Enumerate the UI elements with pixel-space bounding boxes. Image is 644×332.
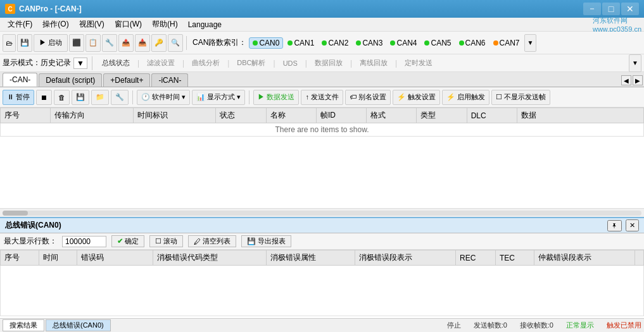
col-status: 状态 xyxy=(216,108,266,123)
tb-save[interactable]: 💾 xyxy=(17,34,32,52)
menu-file[interactable]: 文件(F) xyxy=(3,18,37,31)
channel-dot xyxy=(459,40,464,46)
tab-nav-right[interactable]: ▶ xyxy=(633,75,643,85)
menu-view[interactable]: 视图(V) xyxy=(74,18,110,31)
btn-save-inner[interactable]: 💾 xyxy=(72,90,89,105)
bcol-tec: TEC xyxy=(496,250,534,266)
scrollbar-track xyxy=(3,211,641,216)
channel-can1[interactable]: CAN1 xyxy=(284,38,317,48)
tb2-expand[interactable]: ▼ xyxy=(629,54,641,72)
minimize-button[interactable]: － xyxy=(583,3,601,15)
tb-open[interactable]: 🗁 xyxy=(3,34,16,52)
tb2-timer-send[interactable]: 定时发送 xyxy=(400,57,438,69)
scrollbar-thumb[interactable] xyxy=(3,211,28,216)
col-format: 格式 xyxy=(367,108,417,123)
menu-operate[interactable]: 操作(O) xyxy=(37,18,73,31)
col-frameid: 帧ID xyxy=(316,108,366,123)
clear-list-button[interactable]: 🖊 清空列表 xyxy=(188,235,236,247)
channel-expand[interactable]: ▼ xyxy=(524,34,537,52)
tb2-dbc[interactable]: DBC解析 xyxy=(232,57,270,69)
menu-help[interactable]: 帮助(H) xyxy=(147,18,183,31)
maximize-button[interactable]: □ xyxy=(602,3,620,15)
tb-start[interactable]: ▶ 启动 xyxy=(34,34,68,52)
window-controls: － □ ✕ xyxy=(583,3,639,15)
menu-window[interactable]: 窗口(W) xyxy=(110,18,147,31)
mode-dropdown[interactable]: ▼ xyxy=(73,58,87,69)
channel-can4[interactable]: CAN4 xyxy=(387,38,420,48)
btn-enable-trigger[interactable]: ⚡ 启用触发 xyxy=(442,90,489,105)
col-timestamp: 时间标识 xyxy=(133,108,216,123)
title-bar: C CANPro - [-CAN-] － □ ✕ xyxy=(0,0,644,18)
btn-config[interactable]: 🔧 xyxy=(111,90,129,105)
scroll-icon: ☐ xyxy=(155,237,161,245)
watermark-link: 河东软件网 www.pc0359.cn xyxy=(593,16,641,33)
col-direction: 传输方向 xyxy=(51,108,134,123)
main-table-area: 序号 传输方向 时间标识 状态 名称 帧ID 格式 类型 DLC 数据 xyxy=(0,108,644,217)
tb-download[interactable]: 📥 xyxy=(135,34,150,52)
bottom-panel-close[interactable]: ✕ xyxy=(626,219,639,231)
tab-can[interactable]: -CAN- xyxy=(3,73,37,87)
bcol-seq: 序号 xyxy=(1,250,39,266)
scroll-button[interactable]: ☐ 滚动 xyxy=(149,235,183,247)
channel-dot xyxy=(356,40,361,46)
clear-label: 清空列表 xyxy=(203,237,230,246)
btn-open-inner[interactable]: 📁 xyxy=(91,90,109,105)
btn-clear[interactable]: 🗑 xyxy=(54,90,70,105)
channel-can6[interactable]: CAN6 xyxy=(456,38,489,48)
bcol-passive-seg: 消极错误段表示 xyxy=(355,250,455,266)
toolbar2-separator xyxy=(92,56,92,70)
tb-search[interactable]: 🔍 xyxy=(168,34,183,52)
bottom-panel-header: 总线错误(CAN0) 🖈 ✕ xyxy=(0,218,644,233)
confirm-button[interactable]: ✔ 确定 xyxy=(111,235,144,247)
btn-send-file[interactable]: ↑ 发送文件 xyxy=(301,90,343,105)
btn-alias[interactable]: 🏷 别名设置 xyxy=(345,90,391,105)
tb-key[interactable]: 🔑 xyxy=(151,34,167,52)
tb-settings[interactable]: 🔧 xyxy=(102,34,117,52)
col-seq: 序号 xyxy=(1,108,51,123)
channel-can3[interactable]: CAN3 xyxy=(353,38,386,48)
menu-bar: 文件(F) 操作(O) 视图(V) 窗口(W) 帮助(H) Language 河… xyxy=(0,18,644,32)
main-data-table: 序号 传输方向 时间标识 状态 名称 帧ID 格式 类型 DLC 数据 xyxy=(0,108,644,137)
btn-trigger-settings[interactable]: ⚡ 触发设置 xyxy=(393,90,440,105)
status-tab-search[interactable]: 搜索结果 xyxy=(3,319,44,331)
tab-default-script[interactable]: Default (script) xyxy=(39,73,102,87)
menu-language[interactable]: Language xyxy=(183,19,227,30)
status-tab-errors[interactable]: 总线错误(CAN0) xyxy=(46,319,111,331)
bottom-panel-title: 总线错误(CAN0) xyxy=(5,220,603,231)
btn-stop-inner[interactable]: ⏹ xyxy=(36,90,52,105)
tb2-filter[interactable]: 滤波设置 xyxy=(142,57,180,69)
tab-ican[interactable]: -iCAN- xyxy=(151,73,188,87)
tb-stop[interactable]: ⬛ xyxy=(69,34,84,52)
btn-hide-send[interactable]: ☐ 不显示发送帧 xyxy=(491,90,550,105)
channel-dot xyxy=(424,40,429,46)
tb2-bus-status[interactable]: 总线状态 xyxy=(97,57,135,69)
btn-software-time[interactable]: 🕐 软件时间 ▾ xyxy=(137,90,190,105)
close-button[interactable]: ✕ xyxy=(621,3,639,15)
tb2-curve[interactable]: 曲线分析 xyxy=(187,57,225,69)
mode-label: 显示模式：历史记录 xyxy=(3,58,71,68)
channel-can2[interactable]: CAN2 xyxy=(319,38,351,48)
tb2-uds[interactable]: UDS xyxy=(278,58,303,68)
col-dlc: DLC xyxy=(467,108,517,123)
tab-nav-left[interactable]: ◀ xyxy=(621,75,631,85)
btn-pause[interactable]: ⏸ 暂停 xyxy=(3,90,34,105)
bottom-panel-toolbar: 最大显示行数： ✔ 确定 ☐ 滚动 🖊 清空列表 💾 导出报表 xyxy=(0,233,644,250)
inner-toolbar: ⏸ 暂停 ⏹ 🗑 💾 📁 🔧 🕐 软件时间 ▾ 📊 显示方式 ▾ ▶ 数据发送 … xyxy=(0,87,644,108)
channel-can5[interactable]: CAN5 xyxy=(421,38,454,48)
btn-display-mode[interactable]: 📊 显示方式 ▾ xyxy=(192,90,245,105)
tb2-playback[interactable]: 数据回放 xyxy=(310,57,348,69)
channel-can7[interactable]: CAN7 xyxy=(490,38,523,48)
btn-data-send[interactable]: ▶ 数据发送 xyxy=(253,90,299,105)
max-rows-input[interactable] xyxy=(62,236,106,247)
channel-can0[interactable]: CAN0 xyxy=(249,37,283,49)
tab-default-plus[interactable]: +Default+ xyxy=(103,73,150,87)
bottom-panel-pin[interactable]: 🖈 xyxy=(607,220,622,231)
main-scrollbar-h[interactable] xyxy=(0,208,644,217)
tb-upload[interactable]: 📤 xyxy=(118,34,134,52)
export-button[interactable]: 💾 导出报表 xyxy=(241,235,291,247)
tb2-offline[interactable]: 离线回放 xyxy=(355,57,393,69)
display-toolbar: 显示模式：历史记录 ▼ 总线状态 | 滤波设置 | 曲线分析 | DBC解析 |… xyxy=(0,54,644,72)
status-bar: 搜索结果 总线错误(CAN0) 停止 发送帧数:0 接收帧数:0 正常显示 触发… xyxy=(0,318,644,332)
bottom-data-table: 序号 时间 错误码 消极错误代码类型 消极错误属性 消极错误段表示 REC TE… xyxy=(0,250,644,316)
tb-copy[interactable]: 📋 xyxy=(85,34,101,52)
